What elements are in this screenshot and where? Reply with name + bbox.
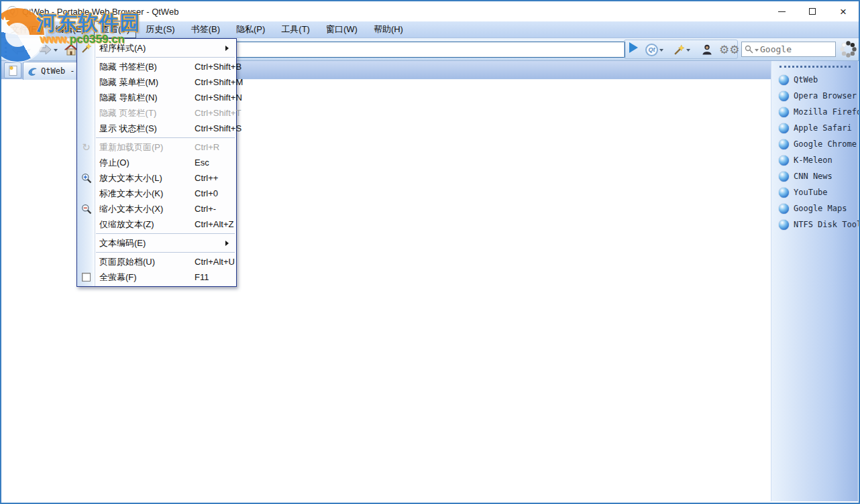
new-page-icon <box>9 65 17 76</box>
menubar-item-tools[interactable]: 工具(T) <box>274 21 317 38</box>
menu-item-page-source[interactable]: 页面原始档(U)Ctrl+Alt+U <box>77 254 236 269</box>
forward-arrow-icon <box>38 44 52 56</box>
view-menu: 程序样式(A)隐藏 书签栏(B)Ctrl+Shift+B隐藏 菜单栏(M)Ctr… <box>76 38 237 287</box>
magic-wand-icon <box>674 44 685 56</box>
bookmark-list: QtWebOpera BrowserMozilla FirefoxApple S… <box>771 72 858 233</box>
zoom-in-icon <box>77 173 95 184</box>
globe-icon <box>779 188 789 198</box>
bookmark-item[interactable]: CNN News <box>771 168 858 184</box>
minimize-button[interactable] <box>766 1 797 21</box>
preferences-button[interactable]: ⚙⚙ <box>718 41 741 58</box>
search-icon <box>745 45 753 54</box>
globe-icon <box>779 204 789 214</box>
go-triangle-icon <box>629 42 638 53</box>
menubar-item-file[interactable]: 文件(F) <box>4 21 46 38</box>
menu-item-reload-page: ↻重新加载页面(P)Ctrl+R <box>77 139 236 155</box>
bookmark-item[interactable]: Opera Browser <box>771 88 858 104</box>
zoom-out-icon <box>77 204 95 214</box>
bookmark-item[interactable]: Apple Safari <box>771 120 858 136</box>
menubar-item-bookmarks[interactable]: 书签(B) <box>184 21 227 38</box>
globe-icon <box>779 75 789 85</box>
back-arrow-icon <box>11 44 25 56</box>
user-agent-button[interactable] <box>700 41 714 58</box>
menu-item-zoom-in-text[interactable]: 放大文本大小(L)Ctrl++ <box>77 170 236 186</box>
close-icon: × <box>840 6 847 17</box>
globe-icon <box>779 123 789 133</box>
maximize-button[interactable] <box>797 1 828 21</box>
menu-separator <box>96 252 235 253</box>
menubar-item-window[interactable]: 窗口(W) <box>319 21 364 38</box>
window-controls: × <box>766 1 859 21</box>
menubar-item-history[interactable]: 历史(S) <box>139 21 181 38</box>
menu-item-hide-bookmarks-bar[interactable]: 隐藏 书签栏(B)Ctrl+Shift+B <box>77 59 236 74</box>
menubar-item-help[interactable]: 帮助(H) <box>367 21 410 38</box>
menubar-item-privacy[interactable]: 隐私(P) <box>229 21 272 38</box>
bookmarks-sidebar: QtWebOpera BrowserMozilla FirefoxApple S… <box>771 61 858 501</box>
search-engine-dropdown-icon[interactable] <box>755 49 759 52</box>
bookmark-item[interactable]: Google Chrome <box>771 136 858 152</box>
menu-item-hide-nav-bar[interactable]: 隐藏 导航栏(N)Ctrl+Shift+N <box>77 90 236 105</box>
app-style-button[interactable] <box>672 41 692 58</box>
menu-item-normal-text-size[interactable]: 标准文本大小(K)Ctrl+0 <box>77 186 236 201</box>
bookmark-item[interactable]: K-Meleon <box>771 152 858 168</box>
globe-icon <box>779 107 789 117</box>
bookmark-item[interactable]: NTFS Disk Tools <box>771 216 858 233</box>
qtweb-swirl-icon <box>28 66 38 76</box>
search-box[interactable] <box>741 42 836 57</box>
qtweb-dropdown-icon[interactable] <box>659 49 663 52</box>
globe-icon <box>779 155 789 166</box>
forward-button[interactable] <box>36 41 59 58</box>
app-style-dropdown-icon[interactable] <box>686 49 690 52</box>
go-button[interactable] <box>629 42 638 53</box>
menu-separator <box>96 57 235 58</box>
checkbox-unchecked-icon <box>77 273 95 281</box>
bookmark-item[interactable]: QtWeb <box>771 72 858 88</box>
globe-icon <box>779 91 789 101</box>
menu-item-hide-menu-bar[interactable]: 隐藏 菜单栏(M)Ctrl+Shift+M <box>77 74 236 90</box>
menubar-item-view[interactable]: 查看(V) <box>94 21 136 38</box>
menu-item-zoom-out-text[interactable]: 缩小文本大小(X)Ctrl+- <box>77 201 236 216</box>
menubar-item-edit[interactable]: 编辑(E) <box>49 21 91 38</box>
reload-icon: ↻ <box>77 142 95 152</box>
search-input[interactable] <box>760 44 832 54</box>
back-button[interactable] <box>9 41 32 58</box>
menu-item-show-status-bar[interactable]: 显示 状态栏(S)Ctrl+Shift+S <box>77 121 236 136</box>
gears-icon: ⚙⚙ <box>719 44 739 56</box>
back-dropdown-icon[interactable] <box>27 49 31 52</box>
window-title: QtWeb - Portable Web Browser - QtWeb <box>22 7 178 17</box>
globe-icon <box>779 220 789 230</box>
forward-dropdown-icon[interactable] <box>54 49 58 52</box>
qtweb-app-icon: Q <box>7 6 18 17</box>
menu-item-stop[interactable]: 停止(O)Esc <box>77 155 236 170</box>
new-tab-button[interactable] <box>4 62 21 78</box>
person-icon <box>702 44 712 56</box>
bookmark-item[interactable]: Mozilla Firefox <box>771 104 858 120</box>
minimize-icon <box>778 11 786 12</box>
menubar: 文件(F)编辑(E)查看(V)历史(S)书签(B)隐私(P)工具(T)窗口(W)… <box>1 21 859 38</box>
menu-item-hide-tab-bar: 隐藏 页签栏(T)Ctrl+Shift+T <box>77 105 236 121</box>
menu-separator <box>96 137 235 138</box>
maximize-icon <box>809 8 816 15</box>
globe-icon <box>779 172 789 182</box>
qtweb-menu-button[interactable]: Qt <box>644 41 665 58</box>
menu-item-app-style[interactable]: 程序样式(A) <box>77 40 236 56</box>
toolbar-grip-handle[interactable] <box>5 42 7 57</box>
menu-item-text-encoding[interactable]: 文本编码(E) <box>77 235 236 251</box>
titlebar: Q QtWeb - Portable Web Browser - QtWeb × <box>1 1 859 21</box>
menu-separator <box>96 233 235 234</box>
loading-throbber-icon <box>839 40 858 62</box>
menu-item-fullscreen[interactable]: 全萤幕(F)F11 <box>77 269 236 285</box>
bookmark-item[interactable]: YouTube <box>771 184 858 200</box>
qtweb-window: Q QtWeb - Portable Web Browser - QtWeb ×… <box>0 0 860 504</box>
menu-item-zoom-text-only[interactable]: 仅缩放文本(Z)Ctrl+Alt+Z <box>77 216 236 232</box>
globe-icon <box>779 139 789 149</box>
bookmark-item[interactable]: Google Maps <box>771 200 858 216</box>
home-icon <box>64 44 78 56</box>
submenu-arrow-icon <box>225 241 231 246</box>
sidebar-grip-handle[interactable] <box>780 66 851 68</box>
close-button[interactable]: × <box>828 1 859 21</box>
qtweb-logo-icon: Qt <box>645 44 658 56</box>
magic-wand-icon <box>77 43 95 54</box>
submenu-arrow-icon <box>225 46 231 51</box>
